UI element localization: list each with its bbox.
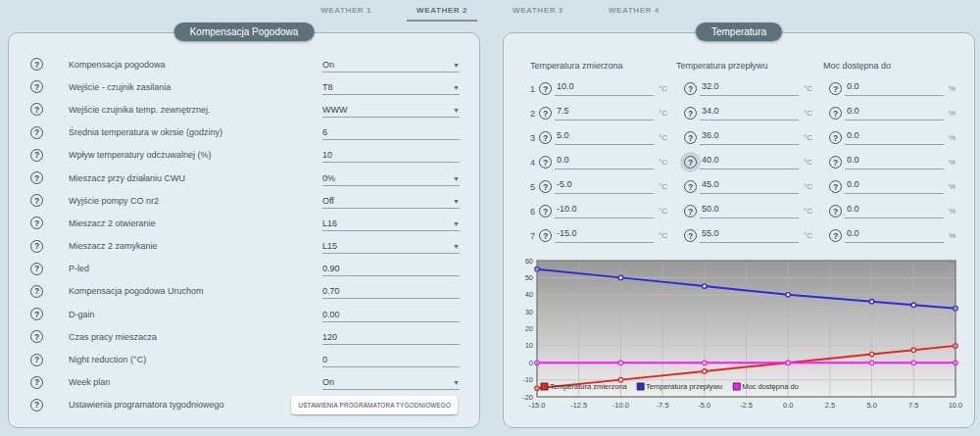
text-input-field[interactable]: 6 [322,124,460,140]
help-icon[interactable]: ? [829,180,842,193]
help-icon[interactable]: ? [30,103,43,116]
flow-temp-input[interactable]: 40.0 [700,155,799,170]
help-icon[interactable]: ? [684,180,697,193]
value-cell: ?0.0% [829,179,974,194]
measured-temp-input[interactable]: -10.0 [555,204,654,218]
svg-text:30: 30 [525,308,533,316]
help-icon[interactable]: ? [30,263,43,275]
measured-temp-input[interactable]: -5.0 [555,179,654,194]
help-icon[interactable]: ? [30,354,43,366]
help-icon[interactable]: ? [829,82,842,95]
form-row: ?Czas pracy mieszacza120 [9,325,479,348]
measured-temp-input[interactable]: 0.0 [555,155,654,170]
unit-label: °C [659,133,674,142]
unit-label: °C [659,84,674,93]
select-field[interactable]: T8▼ [322,79,460,95]
help-icon[interactable]: ? [539,82,552,95]
text-input-field[interactable]: 10 [322,147,460,163]
flow-temp-input[interactable]: 55.0 [700,228,799,243]
unit-label: % [949,182,964,191]
field-value: 0.70 [322,286,340,296]
measured-temp-input[interactable]: 5.0 [555,130,654,145]
weather-tab-bar: WEATHER 1 WEATHER 2 WEATHER 3 WEATHER 4 [0,0,980,22]
help-icon[interactable]: ? [684,82,697,95]
form-row: ?Week planOn▼ [9,371,479,394]
measured-temp-input[interactable]: -15.0 [555,228,654,243]
help-icon[interactable]: ? [30,308,43,320]
help-icon[interactable]: ? [30,240,43,253]
field-value: 6 [322,127,327,137]
flow-temp-input[interactable]: 36.0 [700,130,799,145]
form-row: ?Mieszacz 2 otwieranieL16▼ [9,212,479,234]
help-icon[interactable]: ? [684,229,697,242]
select-field[interactable]: Off▼ [322,193,460,209]
select-field[interactable]: 0%▼ [322,170,460,186]
power-available-input[interactable]: 0.0 [845,179,944,194]
tab-weather-2[interactable]: WEATHER 2 [407,4,477,22]
help-icon[interactable]: ? [684,131,697,144]
weekly-programmer-settings-button[interactable]: USTAWIENIA PROGRAMATORA TYGODNIOWEGO [291,396,458,414]
help-icon[interactable]: ? [684,205,697,218]
select-field[interactable]: WWW▼ [322,102,460,118]
help-icon[interactable]: ? [30,217,43,229]
select-field[interactable]: L16▼ [322,216,460,231]
field-value: L16 [322,218,337,228]
value-cell: ?36.0°C [684,130,829,145]
text-input-field[interactable]: 0 [322,352,460,367]
select-field[interactable]: L15▼ [322,238,460,254]
svg-text:0.0: 0.0 [783,401,793,410]
help-icon[interactable]: ? [30,399,43,412]
power-available-input[interactable]: 0.0 [845,155,944,170]
help-icon[interactable]: ? [539,180,552,193]
column-header-flow: Temperatura przepływu [676,61,768,71]
help-icon[interactable]: ? [30,80,43,93]
tab-weather-1[interactable]: WEATHER 1 [311,4,381,22]
help-icon[interactable]: ? [30,58,43,71]
help-icon[interactable]: ? [30,376,43,389]
help-icon[interactable]: ? [539,131,552,144]
text-input-field[interactable]: 120 [322,329,460,345]
text-input-field[interactable]: 0.90 [322,261,460,276]
flow-temp-input[interactable]: 45.0 [700,179,799,194]
power-available-input[interactable]: 0.0 [845,106,944,121]
help-icon[interactable]: ? [829,156,842,169]
help-icon[interactable]: ? [30,126,43,139]
help-icon[interactable]: ? [829,107,842,120]
dropdown-caret-icon: ▼ [453,220,460,228]
dropdown-caret-icon: ▼ [453,107,460,115]
flow-temp-input[interactable]: 34.0 [700,106,799,121]
text-input-field[interactable]: 0.70 [322,283,460,299]
help-icon[interactable]: ? [539,205,552,218]
help-icon[interactable]: ? [539,107,552,120]
help-icon[interactable]: ? [684,107,697,120]
flow-temp-input[interactable]: 50.0 [700,204,799,218]
flow-temp-input[interactable]: 32.0 [700,81,799,96]
help-icon[interactable]: ? [30,171,43,184]
tab-weather-4[interactable]: WEATHER 4 [599,4,669,22]
help-icon[interactable]: ? [829,229,842,242]
help-icon[interactable]: ? [539,229,552,242]
power-available-input[interactable]: 0.0 [845,204,944,218]
power-available-input[interactable]: 0.0 [845,228,944,243]
form-row: ?Kompensacja pogodowaOn▼ [9,53,479,75]
field-label: Ustawienia programatora tygodniowego [69,400,224,410]
help-icon[interactable]: ? [684,156,697,169]
measured-temp-input[interactable]: 7.5 [555,106,654,121]
unit-label: °C [804,109,819,118]
help-icon[interactable]: ? [829,131,842,144]
field-label: P-led [69,264,89,273]
svg-text:0: 0 [529,359,533,367]
select-field[interactable]: On▼ [322,374,460,390]
help-icon[interactable]: ? [539,156,552,169]
tab-weather-3[interactable]: WEATHER 3 [503,4,573,22]
help-icon[interactable]: ? [30,194,43,207]
text-input-field[interactable]: 0.00 [322,307,460,322]
help-icon[interactable]: ? [30,149,43,162]
power-available-input[interactable]: 0.0 [845,81,944,96]
help-icon[interactable]: ? [30,285,43,298]
power-available-input[interactable]: 0.0 [845,130,944,145]
measured-temp-input[interactable]: 10.0 [555,81,654,96]
help-icon[interactable]: ? [30,330,43,343]
select-field[interactable]: On▼ [322,57,460,73]
help-icon[interactable]: ? [829,205,842,218]
